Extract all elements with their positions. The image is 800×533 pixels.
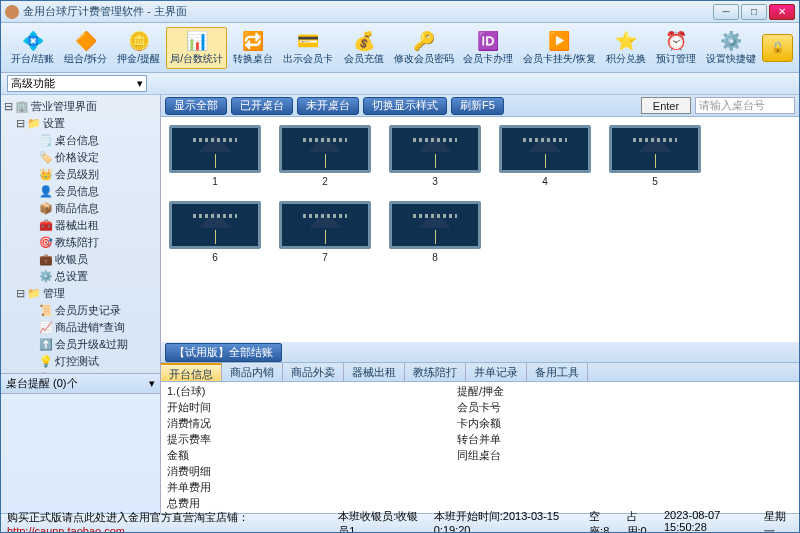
status-bar: 购买正式版请点此处进入金用官方直营淘宝店铺：http://caunn.taoba… — [1, 513, 799, 533]
pool-table-1[interactable] — [169, 125, 261, 173]
reminder-title: 桌台提醒 (0)个 — [6, 376, 78, 391]
toolbar-积分兑换[interactable]: ⭐积分兑换 — [601, 27, 649, 69]
toolbar-icon: ⭐ — [614, 30, 638, 52]
dow: 星期一 — [764, 509, 793, 534]
toolbar-组合/拆分[interactable]: 🔶组合/拆分 — [60, 27, 111, 69]
table-search-input[interactable]: 请输入桌台号 — [695, 97, 795, 114]
expand-icon[interactable]: ⊟ — [3, 100, 13, 113]
advanced-dropdown[interactable]: 高级功能 ▾ — [7, 75, 147, 92]
toolbar-icon: 📊 — [185, 30, 209, 52]
detail-field: 金额 — [167, 448, 457, 463]
minimize-button[interactable]: ─ — [713, 4, 739, 20]
dept-icon: 🏢 — [15, 100, 29, 114]
toolbar-icon: ⚙️ — [719, 30, 743, 52]
reminder-panel: 桌台提醒 (0)个▾ — [1, 373, 160, 513]
pool-table-3[interactable] — [389, 125, 481, 173]
tab-开台信息[interactable]: 开台信息 — [161, 363, 222, 381]
maximize-button[interactable]: □ — [741, 4, 767, 20]
detail-tabs: 开台信息商品内销商品外卖器械出租教练陪打并单记录备用工具 — [161, 362, 799, 382]
app-icon — [5, 5, 19, 19]
detail-field: 1.(台球) — [167, 384, 457, 399]
toolbar-会员充值[interactable]: 💰会员充值 — [339, 27, 387, 69]
enter-button[interactable]: Enter — [641, 97, 691, 114]
toolbar-icon: 💰 — [352, 30, 376, 52]
tab-商品内销[interactable]: 商品内销 — [222, 363, 283, 381]
detail-field: 提醒/押金 — [457, 384, 504, 399]
table-number: 3 — [432, 176, 438, 187]
pool-table-7[interactable] — [279, 201, 371, 249]
table-number: 8 — [432, 252, 438, 263]
idle-count: 空座:8 — [589, 509, 616, 534]
toolbar-预订管理[interactable]: ⏰预订管理 — [652, 27, 700, 69]
table-number: 2 — [322, 176, 328, 187]
window-title: 金用台球厅计费管理软件 - 主界面 — [23, 4, 187, 19]
tab-备用工具[interactable]: 备用工具 — [527, 363, 588, 381]
detail-panel: 1.(台球)开始时间消费情况提示费率金额消费明细并单费用总费用 提醒/押金会员卡… — [161, 382, 799, 513]
filter-刷新F5[interactable]: 刷新F5 — [451, 97, 504, 115]
clock: 2023-08-07 15:50:28 — [664, 509, 754, 534]
pool-table-2[interactable] — [279, 125, 371, 173]
cashier-label: 本班收银员:收银员1 — [338, 509, 424, 534]
trial-checkout-button[interactable]: 【试用版】全部结账 — [165, 343, 282, 362]
lock-button[interactable]: 🔒 — [762, 34, 793, 62]
filter-bar: 显示全部已开桌台未开桌台切换显示样式刷新F5 Enter 请输入桌台号 — [161, 95, 799, 117]
advanced-label: 高级功能 — [11, 76, 55, 91]
table-number: 4 — [542, 176, 548, 187]
tab-教练陪打[interactable]: 教练陪打 — [405, 363, 466, 381]
pool-table-5[interactable] — [609, 125, 701, 173]
toolbar-icon: ▶️ — [547, 30, 571, 52]
shift-start: 本班开始时间:2013-03-15 0:19:20 — [434, 509, 579, 534]
toolbar-修改会员密码[interactable]: 🔑修改会员密码 — [390, 27, 458, 69]
detail-field: 卡内余额 — [457, 416, 504, 431]
detail-field: 转台并单 — [457, 432, 504, 447]
pool-table-6[interactable] — [169, 201, 261, 249]
detail-field: 提示费率 — [167, 432, 457, 447]
filter-切换显示样式[interactable]: 切换显示样式 — [363, 97, 447, 115]
pool-table-4[interactable] — [499, 125, 591, 173]
toolbar-押金/提醒[interactable]: 🪙押金/提醒 — [113, 27, 164, 69]
toolbar-icon: 🔑 — [412, 30, 436, 52]
filter-显示全部[interactable]: 显示全部 — [165, 97, 227, 115]
table-number: 7 — [322, 252, 328, 263]
chevron-icon[interactable]: ▾ — [149, 377, 155, 390]
pool-table-8[interactable] — [389, 201, 481, 249]
main-toolbar: 💠开台/结账🔶组合/拆分🪙押金/提醒📊局/台数统计🔁转换桌台💳出示会员卡💰会员充… — [1, 23, 799, 73]
tab-器械出租[interactable]: 器械出租 — [344, 363, 405, 381]
filter-已开桌台[interactable]: 已开桌台 — [231, 97, 293, 115]
toolbar-出示会员卡[interactable]: 💳出示会员卡 — [279, 27, 337, 69]
detail-field: 会员卡号 — [457, 400, 504, 415]
tab-商品外卖[interactable]: 商品外卖 — [283, 363, 344, 381]
busy-count: 占用:0 — [627, 509, 654, 534]
toolbar-icon: 💳 — [296, 30, 320, 52]
toolbar-局/台数统计[interactable]: 📊局/台数统计 — [166, 27, 227, 69]
toolbar-转换桌台[interactable]: 🔁转换桌台 — [229, 27, 277, 69]
toolbar-icon: 🔁 — [241, 30, 265, 52]
toolbar-icon: 🆔 — [476, 30, 500, 52]
toolbar-icon: ⏰ — [664, 30, 688, 52]
nav-tree: ⊟🏢营业管理界面 ⊟📁设置 🗒️桌台信息 🏷️价格设定 👑会员级别 👤会员信息 … — [1, 95, 160, 373]
close-button[interactable]: ✕ — [769, 4, 795, 20]
table-number: 5 — [652, 176, 658, 187]
toolbar-开台/结账[interactable]: 💠开台/结账 — [7, 27, 58, 69]
detail-field: 开始时间 — [167, 400, 457, 415]
detail-field: 消费明细 — [167, 464, 457, 479]
table-grid: 12345678 — [161, 117, 799, 342]
toolbar-icon: 🔶 — [74, 30, 98, 52]
toolbar-会员卡办理[interactable]: 🆔会员卡办理 — [459, 27, 517, 69]
table-number: 6 — [212, 252, 218, 263]
detail-field: 并单费用 — [167, 480, 457, 495]
tab-并单记录[interactable]: 并单记录 — [466, 363, 527, 381]
table-icon: 🗒️ — [39, 134, 53, 148]
toolbar-会员卡挂失/恢复[interactable]: ▶️会员卡挂失/恢复 — [519, 27, 599, 69]
toolbar-设置快捷键[interactable]: ⚙️设置快捷键 — [702, 27, 760, 69]
toolbar-icon: 🪙 — [127, 30, 151, 52]
detail-field: 消费情况 — [167, 416, 457, 431]
table-number: 1 — [212, 176, 218, 187]
buy-link[interactable]: 购买正式版请点此处进入金用官方直营淘宝店铺：http://caunn.taoba… — [7, 510, 328, 533]
detail-field: 同组桌台 — [457, 448, 504, 463]
chevron-down-icon: ▾ — [137, 77, 143, 90]
toolbar-icon: 💠 — [21, 30, 45, 52]
filter-未开桌台[interactable]: 未开桌台 — [297, 97, 359, 115]
